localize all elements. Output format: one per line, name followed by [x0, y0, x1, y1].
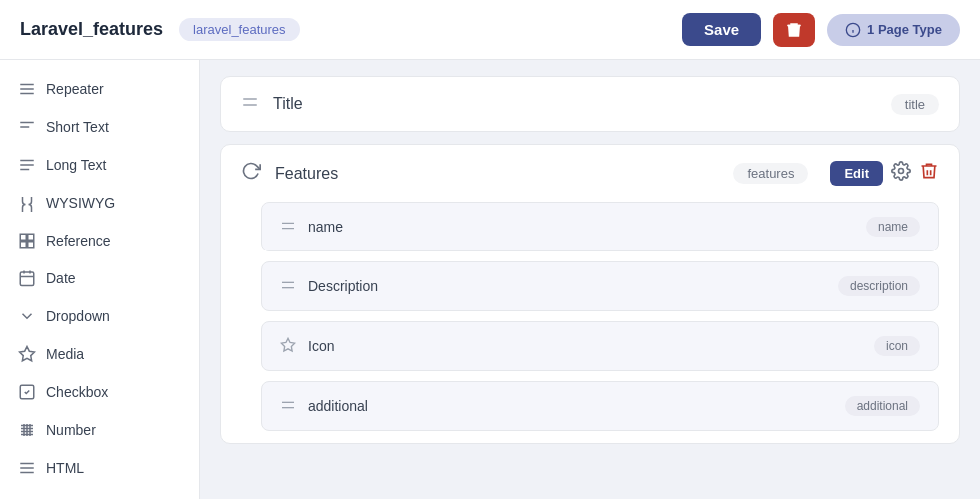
- wysiwyg-icon: [18, 194, 36, 212]
- sidebar-item-label: Repeater: [46, 81, 104, 97]
- title-field-tag: title: [891, 94, 939, 115]
- sidebar-item-repeater[interactable]: Repeater: [0, 70, 199, 108]
- app-badge: laravel_features: [179, 18, 300, 41]
- repeater-children: name name Description description: [221, 202, 959, 443]
- sub-field-name-label: name: [308, 219, 854, 235]
- dropdown-icon: [18, 307, 36, 325]
- title-field-card: Title title: [220, 76, 960, 132]
- sidebar-item-label: Media: [46, 346, 84, 362]
- short-text-icon: [18, 118, 36, 136]
- sidebar-item-short-text[interactable]: Short Text: [0, 108, 199, 146]
- sidebar-item-label: WYSIWYG: [46, 195, 115, 211]
- sidebar-item-label: Long Text: [46, 157, 106, 173]
- repeater-icon: [18, 80, 36, 98]
- svg-rect-17: [20, 272, 34, 286]
- svg-rect-16: [28, 242, 34, 248]
- sidebar-item-media[interactable]: Media: [0, 335, 199, 373]
- app-title: Laravel_features: [20, 19, 163, 40]
- drag-handle-icon[interactable]: [280, 277, 296, 296]
- info-icon: [845, 22, 861, 38]
- sidebar-item-label: Short Text: [46, 119, 109, 135]
- drag-handle-icon[interactable]: [241, 93, 259, 115]
- media-icon: [18, 345, 36, 363]
- sidebar-item-long-text[interactable]: Long Text: [0, 146, 199, 184]
- sidebar-item-checkbox[interactable]: Checkbox: [0, 373, 199, 411]
- drag-handle-icon[interactable]: [280, 397, 296, 416]
- sidebar-item-label: Dropdown: [46, 308, 110, 324]
- sub-field-description: Description description: [261, 261, 939, 311]
- repeater-actions: Edit: [830, 161, 939, 186]
- checkbox-icon: [18, 383, 36, 401]
- date-icon: [18, 269, 36, 287]
- trash-icon: [919, 161, 939, 181]
- save-button[interactable]: Save: [682, 13, 761, 46]
- sidebar-item-date[interactable]: Date: [0, 259, 199, 297]
- svg-marker-21: [20, 347, 35, 361]
- sub-field-icon-label: Icon: [308, 338, 862, 354]
- sidebar-item-label: Checkbox: [46, 384, 108, 400]
- trash-icon: [785, 21, 803, 39]
- app-header: Laravel_features laravel_features Save 1…: [0, 0, 980, 60]
- sidebar-item-label: Number: [46, 422, 96, 438]
- html-icon: [18, 459, 36, 477]
- sidebar-item-reference[interactable]: Reference: [0, 222, 199, 259]
- sub-field-name: name name: [261, 202, 939, 251]
- sidebar-item-number[interactable]: Number: [0, 411, 199, 449]
- sub-field-icon-tag: icon: [874, 336, 920, 356]
- features-repeater-card: Features features Edit: [220, 144, 960, 444]
- remove-repeater-button[interactable]: [919, 161, 939, 186]
- sub-field-additional: additional additional: [261, 381, 939, 431]
- long-text-icon: [18, 156, 36, 174]
- reference-icon: [18, 232, 36, 250]
- edit-button[interactable]: Edit: [830, 161, 883, 186]
- repeater-field-name: Features: [275, 165, 719, 183]
- repeater-refresh-icon: [241, 161, 261, 186]
- title-field-name: Title: [273, 95, 877, 113]
- sidebar-item-wysiwyg[interactable]: WYSIWYG: [0, 184, 199, 222]
- svg-rect-13: [20, 234, 26, 240]
- sub-field-additional-label: additional: [308, 398, 833, 414]
- drag-handle-icon[interactable]: [280, 218, 296, 237]
- delete-button[interactable]: [773, 13, 815, 47]
- main-layout: Repeater Short Text Long Text: [0, 60, 980, 499]
- svg-marker-40: [281, 338, 294, 351]
- sub-field-name-tag: name: [866, 217, 920, 237]
- svg-rect-15: [20, 242, 26, 248]
- drag-handle-icon[interactable]: [280, 337, 296, 356]
- page-type-label: 1 Page Type: [867, 22, 942, 37]
- svg-rect-14: [28, 234, 34, 240]
- gear-icon: [891, 161, 911, 181]
- sub-field-description-label: Description: [308, 278, 826, 294]
- sidebar-item-label: Reference: [46, 233, 111, 249]
- number-icon: [18, 421, 36, 439]
- sidebar-item-label: Date: [46, 270, 76, 286]
- content-area: Title title Features features Edit: [200, 60, 980, 499]
- page-type-button[interactable]: 1 Page Type: [827, 14, 960, 46]
- sidebar-item-html[interactable]: HTML: [0, 449, 199, 487]
- sidebar-item-label: HTML: [46, 460, 84, 476]
- svg-point-35: [899, 169, 904, 174]
- settings-button[interactable]: [891, 161, 911, 186]
- sub-field-additional-tag: additional: [845, 396, 920, 416]
- repeater-field-tag: features: [733, 163, 808, 184]
- sub-field-description-tag: description: [838, 276, 920, 296]
- sidebar: Repeater Short Text Long Text: [0, 60, 200, 499]
- repeater-header: Features features Edit: [221, 145, 959, 202]
- sub-field-icon: Icon icon: [261, 321, 939, 371]
- sidebar-item-dropdown[interactable]: Dropdown: [0, 297, 199, 335]
